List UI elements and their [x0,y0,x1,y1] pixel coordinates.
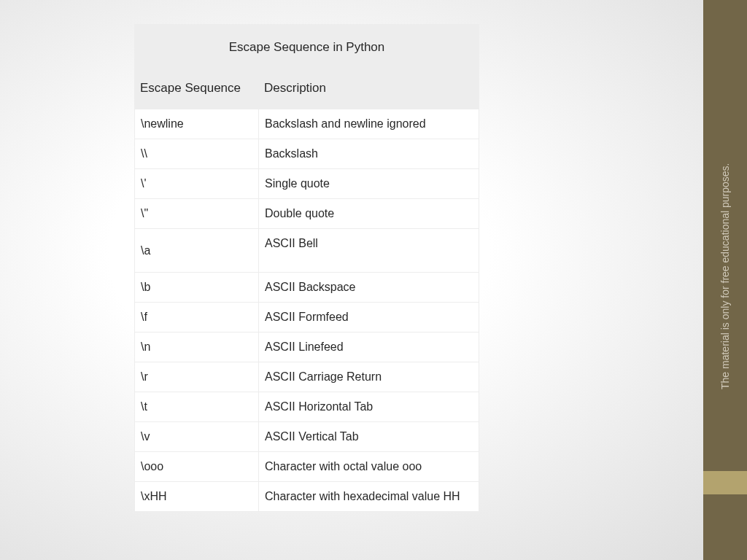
cell-sequence: \newline [135,109,259,139]
cell-description: ASCII Horizontal Tab [259,392,479,422]
table-container: Escape Sequence in Python Escape Sequenc… [134,24,479,512]
table-title: Escape Sequence in Python [134,24,479,71]
table-row: \v ASCII Vertical Tab [135,422,479,452]
cell-sequence: \b [135,273,259,303]
slide: Escape Sequence in Python Escape Sequenc… [0,0,747,560]
table-row: \f ASCII Formfeed [135,303,479,332]
cell-sequence: \" [135,199,259,229]
table-row: \' Single quote [135,169,479,199]
table-row: \t ASCII Horizontal Tab [135,392,479,422]
cell-sequence: \a [135,229,259,273]
cell-sequence: \' [135,169,259,199]
cell-sequence: \v [135,422,259,452]
cell-description: ASCII Bell [259,229,479,273]
cell-description: Character with octal value ooo [259,452,479,482]
table-row: \\ Backslash [135,139,479,169]
cell-description: ASCII Vertical Tab [259,422,479,452]
table-row: \" Double quote [135,199,479,229]
cell-description: Character with hexadecimal value HH [259,482,479,512]
cell-description: ASCII Carriage Return [259,362,479,392]
table-row: \b ASCII Backspace [135,273,479,303]
cell-sequence: \ooo [135,452,259,482]
cell-sequence: \n [135,332,259,362]
cell-description: ASCII Linefeed [259,332,479,362]
cell-description: Double quote [259,199,479,229]
cell-description: Single quote [259,169,479,199]
sidebar-note: The material is only for free educationa… [719,171,732,389]
cell-sequence: \xHH [135,482,259,512]
cell-sequence: \r [135,362,259,392]
table-row: \newline Backslash and newline ignored [135,109,479,139]
cell-description: Backslash and newline ignored [259,109,479,139]
table-row: \r ASCII Carriage Return [135,362,479,392]
escape-sequence-table: \newline Backslash and newline ignored \… [134,109,479,512]
cell-description: ASCII Formfeed [259,303,479,332]
cell-sequence: \f [135,303,259,332]
table-row: \a ASCII Bell [135,229,479,273]
cell-description: ASCII Backspace [259,273,479,303]
sidebar-accent [703,471,747,494]
cell-sequence: \t [135,392,259,422]
cell-sequence: \\ [135,139,259,169]
sidebar: The material is only for free educationa… [703,0,747,560]
table-row: \ooo Character with octal value ooo [135,452,479,482]
table-row: \n ASCII Linefeed [135,332,479,362]
cell-description: Backslash [259,139,479,169]
table-row: \xHH Character with hexadecimal value HH [135,482,479,512]
header-description: Description [258,71,479,109]
table-header-row: Escape Sequence Description [134,71,479,109]
header-escape-sequence: Escape Sequence [134,71,258,109]
